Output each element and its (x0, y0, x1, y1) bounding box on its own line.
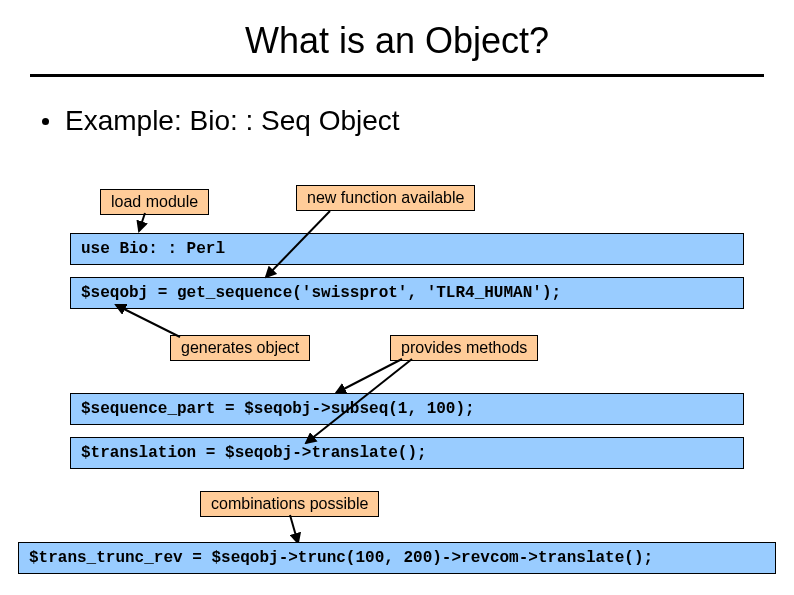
code-use-perl: use Bio: : Perl (70, 233, 744, 265)
label-provides-methods: provides methods (390, 335, 538, 361)
svg-line-2 (116, 305, 180, 337)
code-sequence-part: $sequence_part = $seqobj->subseq(1, 100)… (70, 393, 744, 425)
code-trans-trunc: $trans_trunc_rev = $seqobj->trunc(100, 2… (18, 542, 776, 574)
svg-line-0 (139, 213, 145, 231)
slide-title: What is an Object? (0, 0, 794, 74)
svg-line-5 (290, 515, 298, 543)
bullet-item: Example: Bio: : Seq Object (42, 105, 764, 137)
label-new-function: new function available (296, 185, 475, 211)
content-area: Example: Bio: : Seq Object load module n… (0, 105, 794, 137)
svg-line-3 (336, 359, 402, 393)
label-load-module: load module (100, 189, 209, 215)
bullet-text: Example: Bio: : Seq Object (65, 105, 400, 137)
bullet-icon (42, 118, 49, 125)
label-generates-object: generates object (170, 335, 310, 361)
arrow-icon (330, 357, 410, 397)
label-combinations: combinations possible (200, 491, 379, 517)
title-underline (30, 74, 764, 77)
code-seqobj: $seqobj = get_sequence('swissprot', 'TLR… (70, 277, 744, 309)
code-translation: $translation = $seqobj->translate(); (70, 437, 744, 469)
